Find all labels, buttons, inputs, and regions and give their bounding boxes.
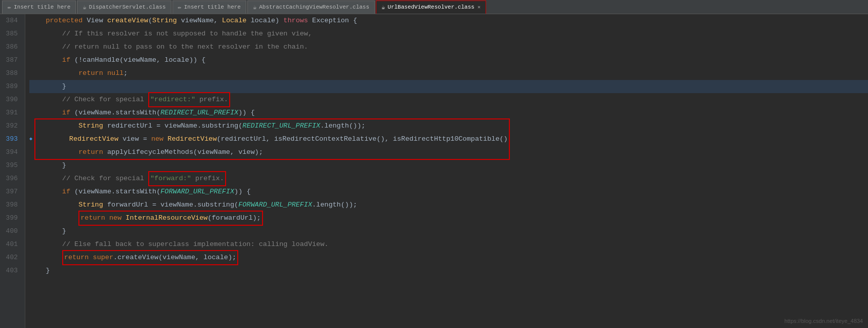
tab-label-4: AbstractCachingViewResolver.class: [259, 4, 369, 10]
code-393c: (redirectUrl, isRedirectContextRelative(…: [217, 135, 508, 143]
code-387: [29, 54, 62, 67]
code-399b: [105, 214, 109, 222]
code-line-390: // Check for special "redirect:" prefix.: [29, 93, 868, 106]
tab-url-based-view-resolver[interactable]: ☕ UrlBasedViewResolver.class ✕: [376, 1, 486, 14]
line-num-387: 387: [4, 54, 21, 67]
highlight-return-internal: return new InternalResourceView(forwardU…: [78, 211, 263, 226]
type-view: View: [86, 14, 107, 27]
keyword-if-397: if: [62, 185, 70, 198]
code-395: }: [29, 159, 66, 172]
line-num-389: 389: [4, 80, 21, 93]
line-num-402: 402: [4, 251, 21, 264]
line-num-400: 400: [4, 225, 21, 238]
keyword-super: super: [93, 254, 114, 261]
watermark: https://blog.csdn.net/iteye_4834: [785, 318, 863, 324]
code-398b: forwardUrl = viewName.substring(: [103, 198, 238, 212]
line-num-384: 384: [4, 14, 21, 27]
code-400: }: [29, 225, 66, 238]
line-num-396: 396: [4, 172, 21, 185]
type-string-398: String: [78, 198, 103, 212]
code-391a: [29, 106, 62, 119]
code-line-399: return new InternalResourceView(forwardU…: [29, 212, 868, 225]
line-num-394: 394: [4, 146, 21, 159]
const-forward-url-prefix: FORWARD_URL_PREFIX: [160, 185, 234, 198]
code-393a: view =: [118, 135, 151, 143]
line-num-393: 393: [4, 133, 21, 146]
code-399a: [29, 212, 78, 225]
keyword-new-399: new: [109, 214, 121, 222]
method-createview: createView: [107, 14, 148, 27]
line-num-397: 397: [4, 185, 21, 198]
code-391b: (viewName.startsWith(: [70, 106, 160, 119]
comment-390b: prefix.: [195, 96, 228, 103]
type-internal-resource-view: InternalResourceView: [125, 214, 207, 222]
type-locale: Locale: [222, 14, 247, 27]
highlight-forward-prefix: "forward:" prefix.: [148, 171, 226, 186]
line-num-385: 385: [4, 27, 21, 40]
line-num-386: 386: [4, 40, 21, 54]
keyword-if-387: if: [62, 54, 70, 67]
exception-type: Exception {: [308, 14, 357, 27]
tab-dispatcher-servlet[interactable]: ☕ DispatcherServlet.class: [77, 1, 171, 14]
code-388a: [29, 67, 78, 80]
tab-insert-title-2[interactable]: ✏ Insert title here: [172, 1, 246, 14]
const-forward-url-prefix-2: FORWARD_URL_PREFIX: [238, 198, 312, 212]
code-397c: )) {: [234, 185, 250, 198]
close-tab-icon[interactable]: ✕: [478, 4, 481, 10]
tab-label-2: DispatcherServlet.class: [89, 4, 166, 10]
line-num-388: 388: [4, 67, 21, 80]
bookmark-icon: ◆: [29, 133, 32, 146]
keyword-return-402: return: [64, 254, 89, 261]
line-num-398: 398: [4, 198, 21, 212]
keyword-new-393: new: [151, 135, 163, 143]
highlight-return-super: return super.createView(viewName, locale…: [62, 250, 238, 265]
code-391c: )) {: [238, 106, 254, 119]
code-398a: [29, 198, 78, 212]
code-line-389: }: [29, 80, 868, 93]
comment-385: // If this resolver is not supposed to h…: [29, 27, 312, 40]
const-redirect-url-prefix: REDIRECT_URL_PREFIX: [160, 106, 238, 119]
line-num-401: 401: [4, 238, 21, 251]
highlight-redirect-prefix: "redirect:" prefix.: [148, 92, 230, 107]
code-402a: [29, 251, 62, 264]
code-397a: [29, 185, 62, 198]
comment-390a: // Check for special: [29, 93, 148, 106]
code-397b: (viewName.startsWith(: [70, 185, 160, 198]
type-redirectview: RedirectView: [69, 135, 118, 143]
code-line-401: // Else fall back to superclass implemen…: [29, 238, 868, 251]
tab-label-5: UrlBasedViewResolver.class: [387, 4, 474, 10]
code-line-403: }: [29, 264, 868, 277]
string-redirect: "redirect:": [150, 96, 195, 103]
tab-abstract-caching[interactable]: ☕ AbstractCachingViewResolver.class: [247, 1, 375, 14]
comment-386: // return null to pass on to the next re…: [29, 40, 308, 54]
code-line-386: // return null to pass on to the next re…: [29, 40, 868, 54]
code-line-398: String forwardUrl = viewName.substring(F…: [29, 198, 868, 212]
code-line-387: if (!canHandle(viewName, locale)) {: [29, 54, 868, 67]
code-line-385: // If this resolver is not supposed to h…: [29, 27, 868, 40]
code-line-397: if (viewName.startsWith(FORWARD_URL_PREF…: [29, 185, 868, 198]
code-402c: .createView(viewName, locale);: [113, 254, 236, 261]
code-398c: .length());: [312, 198, 357, 212]
string-forward: "forward:": [150, 175, 191, 182]
code-389: }: [29, 80, 66, 93]
line-num-391: 391: [4, 106, 21, 119]
tab-insert-title-1[interactable]: ✏ Insert title here: [2, 1, 76, 14]
keyword-protected: protected: [29, 14, 86, 27]
tab-label-3: Insert title here: [184, 4, 241, 10]
java-icon-1: ☕: [82, 4, 86, 11]
line-num-403: 403: [4, 264, 21, 277]
code-line-393: ◆ RedirectView view = new RedirectView(r…: [29, 133, 868, 146]
tab-label-1: Insert title here: [14, 4, 70, 10]
code-399d: (forwardUrl);: [207, 214, 261, 222]
java-icon-2: ☕: [253, 4, 256, 11]
params-384: (: [148, 14, 152, 27]
keyword-throws: throws: [283, 14, 308, 27]
code-line-402: return super.createView(viewName, locale…: [29, 251, 868, 264]
edit-icon-2: ✏: [178, 4, 182, 11]
code-403: }: [29, 264, 50, 277]
keyword-return-399: return: [80, 214, 105, 222]
highlight-redirect-view: RedirectView view = new RedirectView(red…: [34, 118, 510, 160]
keyword-if-391: if: [62, 106, 70, 119]
line-num-395: 395: [4, 159, 21, 172]
type-string-384: String: [152, 14, 177, 27]
